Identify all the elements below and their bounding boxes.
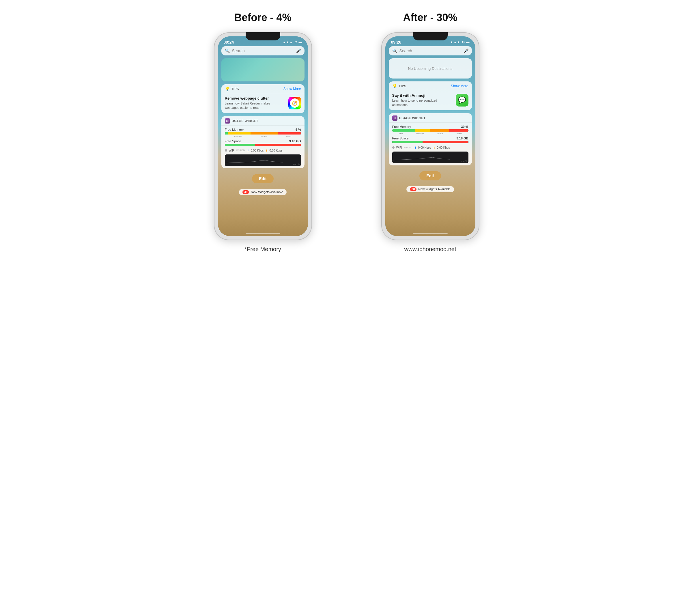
- before-wifi-row: WiFi WIRED ⬇ 0.00 Kbps ⬆ 0.00 Kbps: [225, 148, 301, 153]
- bar-label-active: active: [261, 135, 267, 138]
- bar-used-space: [255, 144, 301, 146]
- before-graph: nan %: [225, 155, 301, 166]
- after-free-space-value: 3.18 GB: [457, 137, 469, 140]
- bar-free-space: [225, 144, 255, 146]
- before-edit-button[interactable]: Edit: [252, 174, 273, 183]
- before-nan-label: nan %: [293, 163, 300, 165]
- before-usage-widget: ⊞ USAGE WIDGET Free Memory 4 %: [221, 116, 304, 168]
- before-free-space-value: 3.16 GB: [289, 139, 301, 143]
- upload-icon: ⬆: [265, 149, 268, 152]
- after-free-space-row: Free Space 3.18 GB: [392, 137, 469, 143]
- before-tips-label: TIPS: [232, 87, 239, 91]
- after-usage-header: ⊞ USAGE WIDGET: [389, 113, 472, 123]
- before-free-space-label: Free Space: [225, 139, 241, 143]
- after-bar-free: [392, 129, 415, 132]
- before-tips-show-more[interactable]: Show More: [283, 87, 301, 91]
- usage-icon: ⊞: [225, 118, 230, 123]
- after-free-memory-row: Free Memory 30 % fre: [392, 125, 469, 135]
- before-column: Before - 4% 09:24 ▲▲▲ ⊙ ▬: [188, 12, 338, 253]
- after-maps-widget: No Upcoming Destinations: [389, 58, 472, 79]
- bar-inactive: [228, 132, 251, 135]
- after-wifi-label: WiFi: [396, 146, 402, 149]
- after-graph-svg: [392, 155, 450, 161]
- after-status-icons: ▲▲▲ ⊙ ▬: [450, 40, 470, 44]
- messages-icon: 💬: [456, 94, 469, 106]
- after-new-widgets-label: New Widgets Available: [418, 187, 451, 191]
- bar-used: [278, 132, 301, 135]
- before-status-time: 09:24: [224, 40, 234, 44]
- after-bar-used-space: [422, 141, 468, 143]
- before-graph-svg: [225, 158, 282, 164]
- before-maps-widget: [221, 58, 304, 81]
- after-wifi-icon: ⊙: [462, 40, 465, 44]
- before-widgets-count: 38: [242, 190, 249, 194]
- after-bar-label-used: used: [457, 132, 461, 135]
- after-tips-title: Say it with Animoji: [392, 93, 453, 98]
- after-column: After - 30% 09:26 ▲▲▲ ⊙ ▬: [355, 12, 506, 253]
- after-edit-button[interactable]: Edit: [419, 171, 441, 180]
- after-memory-bar: [392, 129, 469, 132]
- signal-icon: ▲▲▲: [282, 40, 293, 44]
- after-home-bar: [413, 233, 448, 234]
- after-nan-label: nan %: [461, 160, 467, 162]
- before-title: Before - 4%: [234, 12, 291, 24]
- tips-bulb-icon: 💡: [225, 86, 230, 91]
- after-usage-icon: ⊞: [392, 116, 397, 121]
- after-download-speed: 0.00 Kbps: [418, 146, 431, 149]
- after-usage-widget: ⊞ USAGE WIDGET Free Memory 30 %: [389, 113, 472, 165]
- mic-icon: 🎤: [296, 48, 301, 53]
- before-wifi-ssid: WIRED: [236, 149, 245, 152]
- after-search-icon: 🔍: [392, 48, 397, 53]
- before-search-bar[interactable]: 🔍 Search 🎤: [221, 46, 304, 55]
- after-phone-inner: 09:26 ▲▲▲ ⊙ ▬ 🔍 Search 🎤: [385, 36, 475, 236]
- after-search-bar[interactable]: 🔍 Search 🎤: [389, 46, 472, 55]
- after-tips-text: Say it with Animoji Learn how to send pe…: [392, 93, 453, 107]
- before-free-memory-row: Free Memory 4 % inac: [225, 128, 301, 138]
- after-new-widgets-badge: 38 New Widgets Available: [407, 186, 454, 192]
- after-tips-label: TIPS: [399, 84, 407, 88]
- after-download-icon: ⬇: [414, 146, 416, 149]
- after-graph: nan %: [392, 152, 469, 163]
- after-bar-used: [449, 129, 468, 132]
- search-icon: 🔍: [225, 48, 230, 53]
- after-footer: www.iphonemod.net: [404, 246, 456, 253]
- after-space-bar: [392, 141, 469, 143]
- before-wifi-label: WiFi: [229, 149, 235, 152]
- before-tips-title: Remove webpage clutter: [225, 96, 285, 100]
- after-notch: [413, 32, 448, 40]
- before-tips-widget: 💡 TIPS Show More Remove webpage clutter …: [221, 84, 304, 113]
- before-tips-header: 💡 TIPS Show More: [221, 84, 304, 93]
- after-widgets-area: 🔍 Search 🎤 No Upcoming Destinations 💡: [385, 46, 475, 192]
- after-tips-widget: 💡 TIPS Show More Say it with Animoji Lea…: [389, 81, 472, 110]
- after-tips-body: Say it with Animoji Learn how to send pe…: [389, 91, 472, 110]
- download-icon: ⬇: [247, 149, 249, 152]
- before-new-widgets-label: New Widgets Available: [251, 190, 283, 194]
- before-phone-inner: 09:24 ▲▲▲ ⊙ ▬ 🔍 Search 🎤: [218, 36, 308, 236]
- after-bar-label-active: active: [437, 132, 443, 135]
- after-bar-active: [430, 129, 449, 132]
- after-search-text: Search: [399, 48, 461, 53]
- after-widgets-count: 38: [410, 187, 416, 191]
- after-free-memory-value: 30 %: [461, 125, 468, 128]
- before-usage-label: USAGE WIDGET: [232, 119, 258, 123]
- after-mic-icon: 🎤: [463, 48, 469, 53]
- before-new-widgets-badge: 38 New Widgets Available: [239, 189, 286, 195]
- after-title: After - 30%: [403, 12, 457, 24]
- notch: [245, 32, 280, 40]
- before-search-text: Search: [232, 48, 294, 53]
- after-battery-icon: ▬: [466, 40, 470, 44]
- bar-label-inactive: inactive: [234, 135, 242, 138]
- after-bar-free-space: [392, 141, 423, 143]
- before-phone-shell: 09:24 ▲▲▲ ⊙ ▬ 🔍 Search 🎤: [214, 32, 312, 240]
- after-tips-show-more[interactable]: Show More: [451, 84, 469, 88]
- after-tips-app-icon: 💬: [456, 94, 469, 106]
- before-upload-speed: 0.00 Kbps: [270, 149, 282, 152]
- after-usage-body: Free Memory 30 % fre: [389, 123, 472, 165]
- after-tips-desc: Learn how to send personalized animation…: [392, 98, 453, 107]
- before-status-icons: ▲▲▲ ⊙ ▬: [282, 40, 302, 44]
- after-free-space-label: Free Space: [392, 137, 409, 140]
- after-wifi-ssid: WIRED: [404, 146, 413, 149]
- before-tips-text: Remove webpage clutter Learn how Safari …: [225, 96, 285, 110]
- wifi-dot: [225, 149, 227, 152]
- before-tips-desc: Learn how Safari Reader makes webpages e…: [225, 101, 285, 110]
